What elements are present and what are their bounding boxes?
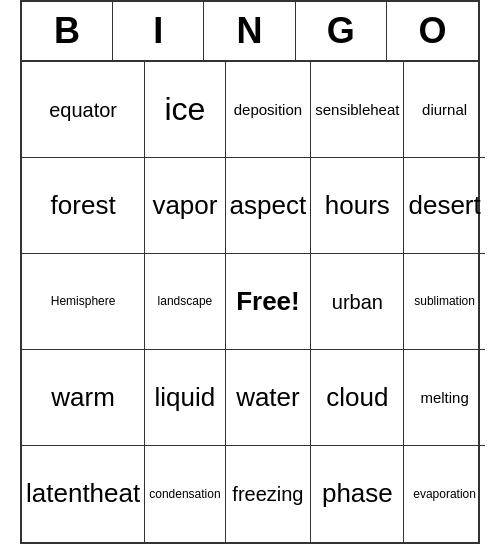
bingo-cell: phase — [311, 446, 404, 542]
bingo-cell: aspect — [226, 158, 312, 254]
bingo-cell: warm — [22, 350, 145, 446]
header-letter: N — [204, 2, 295, 60]
bingo-cell: urban — [311, 254, 404, 350]
bingo-cell: cloud — [311, 350, 404, 446]
bingo-cell: freezing — [226, 446, 312, 542]
bingo-cell: condensation — [145, 446, 225, 542]
bingo-cell: sublimation — [404, 254, 484, 350]
bingo-cell: vapor — [145, 158, 225, 254]
bingo-cell: latentheat — [22, 446, 145, 542]
header-letter: O — [387, 2, 478, 60]
bingo-cell: ice — [145, 62, 225, 158]
bingo-cell: equator — [22, 62, 145, 158]
bingo-cell: hours — [311, 158, 404, 254]
bingo-cell: evaporation — [404, 446, 484, 542]
bingo-cell: deposition — [226, 62, 312, 158]
bingo-header: BINGO — [22, 2, 478, 62]
bingo-cell: forest — [22, 158, 145, 254]
bingo-grid: equatoricedepositionsensibleheatdiurnalf… — [22, 62, 478, 542]
bingo-card: BINGO equatoricedepositionsensibleheatdi… — [20, 0, 480, 544]
header-letter: I — [113, 2, 204, 60]
bingo-cell: melting — [404, 350, 484, 446]
bingo-cell: diurnal — [404, 62, 484, 158]
bingo-cell: liquid — [145, 350, 225, 446]
header-letter: G — [296, 2, 387, 60]
header-letter: B — [22, 2, 113, 60]
bingo-cell: landscape — [145, 254, 225, 350]
bingo-cell: Hemisphere — [22, 254, 145, 350]
bingo-cell: water — [226, 350, 312, 446]
bingo-cell: desert — [404, 158, 484, 254]
bingo-cell: Free! — [226, 254, 312, 350]
bingo-cell: sensibleheat — [311, 62, 404, 158]
